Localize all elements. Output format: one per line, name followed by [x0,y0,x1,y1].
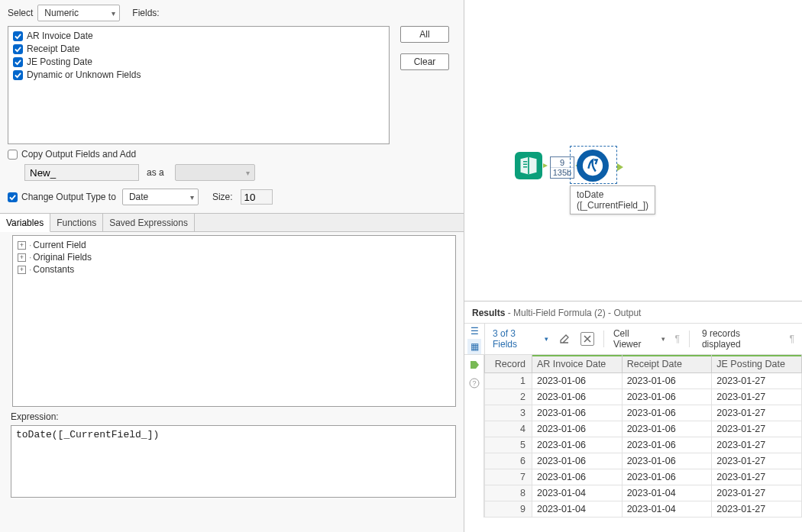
multi-field-formula-tool[interactable] [570,146,617,184]
tab-variables[interactable]: Variables [0,214,50,232]
record-number-cell: 2 [485,389,532,405]
workflow-canvas[interactable]: 9 135b toDate ([_CurrentField_]) [464,0,802,301]
output-anchor-icon[interactable] [469,360,480,370]
tab-saved-expressions[interactable]: Saved Expressions [103,214,195,231]
data-cell[interactable]: 2023-01-06 [532,405,623,421]
expand-icon[interactable]: + [18,241,26,250]
column-header[interactable]: JE Posting Date [712,355,802,373]
cell-viewer-dropdown[interactable]: Cell Viewer ▾ [613,328,666,350]
output-anchor-icon[interactable] [617,163,623,171]
copy-output-checkbox[interactable] [8,150,18,160]
chevron-down-icon: ▾ [246,169,250,177]
pilcrow-icon[interactable]: ¶ [790,334,794,344]
table-row[interactable]: 92023-01-042023-01-042023-01-27 [485,501,802,517]
tree-node[interactable]: +·Constants [18,263,451,276]
expand-icon[interactable]: + [18,266,26,274]
pilcrow-icon[interactable]: ¶ [674,334,679,344]
edit-icon[interactable] [558,332,571,346]
field-checkbox-row[interactable]: Dynamic or Unknown Fields [13,69,384,82]
checkbox-icon[interactable] [13,70,23,80]
data-cell[interactable]: 2023-01-27 [712,501,802,517]
table-row[interactable]: 32023-01-062023-01-062023-01-27 [485,405,802,421]
tab-functions[interactable]: Functions [50,214,103,231]
data-cell[interactable]: 2023-01-06 [622,389,712,405]
data-cell[interactable]: 2023-01-04 [532,485,623,501]
prefix-input[interactable] [24,164,139,181]
data-cell[interactable]: 2023-01-27 [712,485,802,501]
data-cell[interactable]: 2023-01-06 [622,421,712,437]
help-icon[interactable]: ? [469,378,480,389]
clear-button[interactable]: Clear [400,53,449,70]
fields-listbox[interactable]: AR Invoice DateReceipt DateJE Posting Da… [8,26,390,144]
fields-dropdown[interactable]: 3 of 3 Fields ▾ [493,328,548,350]
table-row[interactable]: 12023-01-062023-01-062023-01-27 [485,373,802,389]
table-row[interactable]: 82023-01-042023-01-042023-01-27 [485,485,802,501]
checkbox-icon[interactable] [13,57,23,67]
chevron-down-icon: ▾ [190,193,194,202]
field-label: JE Posting Date [27,56,92,69]
table-row[interactable]: 52023-01-062023-01-062023-01-27 [485,437,802,453]
data-cell[interactable]: 2023-01-06 [622,437,712,453]
data-cell[interactable]: 2023-01-27 [712,437,802,453]
data-cell[interactable]: 2023-01-06 [532,389,623,405]
data-cell[interactable]: 2023-01-27 [712,405,802,421]
prefix-type-dropdown: ▾ [175,164,255,181]
svg-text:?: ? [472,379,476,387]
output-type-dropdown[interactable]: Date ▾ [122,189,199,205]
data-cell[interactable]: 2023-01-06 [622,469,712,485]
data-cell[interactable]: 2023-01-06 [532,421,623,437]
data-cell[interactable]: 2023-01-27 [712,469,802,485]
separator [603,330,604,347]
checkbox-icon[interactable] [13,44,23,54]
close-panel-icon[interactable] [580,332,594,346]
table-row[interactable]: 22023-01-062023-01-062023-01-27 [485,389,802,405]
select-label: Select [8,8,33,18]
column-header[interactable]: Receipt Date [622,355,712,373]
data-cell[interactable]: 2023-01-06 [532,373,623,389]
column-header[interactable]: Record [485,355,532,373]
checkbox-icon[interactable] [13,31,23,41]
data-cell[interactable]: 2023-01-06 [622,453,712,469]
field-checkbox-row[interactable]: Receipt Date [13,43,384,56]
results-grid[interactable]: RecordAR Invoice DateReceipt DateJE Post… [484,355,802,517]
fields-label: Fields: [132,8,159,18]
variables-tree[interactable]: +·Current Field+·Original Fields+·Consta… [12,235,456,407]
expand-icon[interactable]: + [18,253,26,262]
table-row[interactable]: 42023-01-062023-01-062023-01-27 [485,421,802,437]
input-data-tool-icon[interactable] [515,152,542,179]
data-cell[interactable]: 2023-01-06 [532,453,623,469]
tool-annotation: toDate ([_CurrentField_]) [570,185,655,214]
tree-node[interactable]: +·Current Field [18,239,451,251]
column-header[interactable]: AR Invoice Date [532,355,623,373]
select-type-dropdown[interactable]: Numeric ▾ [37,5,120,21]
change-output-checkbox[interactable] [8,192,18,202]
data-cell[interactable]: 2023-01-04 [622,485,712,501]
data-cell[interactable]: 2023-01-06 [622,405,712,421]
list-view-icon[interactable]: ☰ [467,324,481,339]
tree-node-label: Current Field [33,240,86,250]
all-button[interactable]: All [400,26,449,43]
data-cell[interactable]: 2023-01-06 [532,437,623,453]
field-checkbox-row[interactable]: JE Posting Date [13,56,384,69]
records-displayed-text: 9 records displayed [702,328,781,350]
record-number-cell: 4 [485,421,532,437]
expression-tabs: Variables Functions Saved Expressions [0,213,464,232]
expression-editor[interactable]: toDate([_CurrentField_]) [11,425,456,498]
tree-connector-icon: · [29,240,31,250]
table-row[interactable]: 72023-01-062023-01-062023-01-27 [485,469,802,485]
data-cell[interactable]: 2023-01-06 [622,373,712,389]
field-checkbox-row[interactable]: AR Invoice Date [13,30,384,43]
record-number-cell: 7 [485,469,532,485]
tree-node[interactable]: +·Original Fields [18,251,451,263]
data-cell[interactable]: 2023-01-04 [622,501,712,517]
table-view-icon[interactable]: ▦ [467,339,481,354]
size-input[interactable] [241,189,273,205]
data-cell[interactable]: 2023-01-27 [712,421,802,437]
data-cell[interactable]: 2023-01-06 [532,469,623,485]
data-cell[interactable]: 2023-01-04 [532,501,623,517]
record-number-cell: 9 [485,501,532,517]
table-row[interactable]: 62023-01-062023-01-062023-01-27 [485,453,802,469]
data-cell[interactable]: 2023-01-27 [712,389,802,405]
data-cell[interactable]: 2023-01-27 [712,373,802,389]
data-cell[interactable]: 2023-01-27 [712,453,802,469]
